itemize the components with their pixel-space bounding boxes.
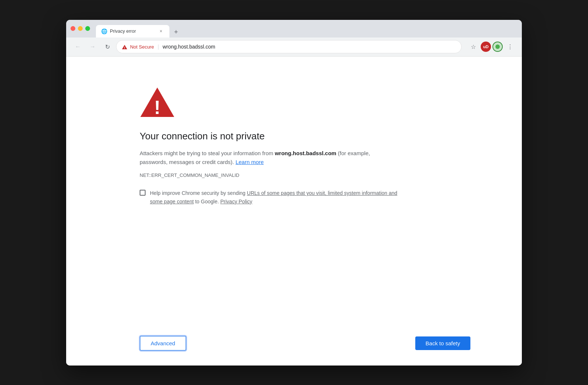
address-url: wrong.host.badssl.com xyxy=(163,44,215,50)
error-domain: wrong.host.badssl.com xyxy=(275,150,337,156)
svg-text:!: ! xyxy=(154,97,160,118)
address-divider: | xyxy=(158,44,159,50)
advanced-button[interactable]: Advanced xyxy=(140,336,186,351)
error-code: NET::ERR_CERT_COMMON_NAME_INVALID xyxy=(140,172,239,178)
forward-button[interactable]: → xyxy=(87,41,98,53)
bookmark-button[interactable]: ☆ xyxy=(467,41,479,53)
back-to-safety-button[interactable]: Back to safety xyxy=(415,336,470,350)
warning-triangle-icon: ! xyxy=(140,86,175,118)
active-tab[interactable]: 🌐 Privacy error × xyxy=(96,25,169,38)
svg-text:!: ! xyxy=(124,46,125,50)
title-bar: 🌐 Privacy error × + xyxy=(66,20,522,38)
traffic-lights xyxy=(71,26,90,31)
ublock-icon: uD xyxy=(483,44,489,49)
nav-actions: ☆ uD ⋮ xyxy=(467,41,516,53)
checkbox-text-mid: to Google. xyxy=(194,199,220,204)
not-secure-label: Not Secure xyxy=(130,44,154,50)
ublock-extension-button[interactable]: uD xyxy=(481,42,491,52)
back-icon: ← xyxy=(75,43,81,50)
privacy-checkbox-label: Help improve Chrome security by sending … xyxy=(150,189,404,206)
minimize-button[interactable] xyxy=(78,26,83,31)
not-secure-indicator: ! Not Secure xyxy=(122,43,154,50)
error-title: Your connection is not private xyxy=(140,130,265,143)
star-icon: ☆ xyxy=(471,43,476,50)
tab-close-button[interactable]: × xyxy=(158,28,164,35)
new-tab-button[interactable]: + xyxy=(171,27,181,38)
back-button[interactable]: ← xyxy=(72,41,84,53)
error-description: Attackers might be trying to steal your … xyxy=(140,149,397,167)
learn-more-link[interactable]: Learn more xyxy=(236,159,264,165)
browser-window: 🌐 Privacy error × + ← → ↻ ! Not Secure xyxy=(66,20,522,366)
buttons-row: Advanced Back to safety xyxy=(140,314,470,351)
address-bar[interactable]: ! Not Secure | wrong.host.badssl.com xyxy=(116,40,462,53)
privacy-checkbox[interactable] xyxy=(140,190,146,196)
green-dot-icon xyxy=(495,44,500,49)
privacy-checkbox-row: Help improve Chrome security by sending … xyxy=(140,189,404,206)
description-start: Attackers might be trying to steal your … xyxy=(140,150,275,156)
privacy-policy-link[interactable]: Privacy Policy xyxy=(220,199,252,204)
tab-title: Privacy error xyxy=(110,29,155,34)
tab-bar: 🌐 Privacy error × + xyxy=(96,20,517,38)
green-extension-button[interactable] xyxy=(492,42,503,52)
forward-icon: → xyxy=(90,43,96,50)
error-icon-container: ! xyxy=(140,86,175,120)
kebab-menu-icon: ⋮ xyxy=(507,43,513,50)
page-content: ! Your connection is not private Attacke… xyxy=(66,57,522,366)
menu-button[interactable]: ⋮ xyxy=(504,41,516,53)
maximize-button[interactable] xyxy=(85,26,90,31)
close-button[interactable] xyxy=(71,26,75,31)
checkbox-text-start: Help improve Chrome security by sending xyxy=(150,190,247,196)
reload-button[interactable]: ↻ xyxy=(101,41,113,53)
warning-triangle-small-icon: ! xyxy=(122,44,128,50)
nav-bar: ← → ↻ ! Not Secure | wrong.host.badssl.c… xyxy=(66,38,522,57)
tab-favicon-icon: 🌐 xyxy=(101,28,107,34)
reload-icon: ↻ xyxy=(105,43,110,50)
